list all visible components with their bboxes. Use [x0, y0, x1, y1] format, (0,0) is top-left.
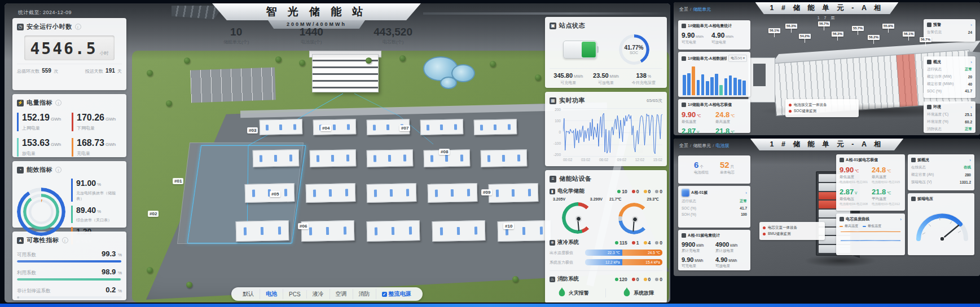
soc-gauge: 41.77% SOC: [619, 34, 649, 65]
storage-container[interactable]: [474, 119, 517, 135]
storage-container[interactable]: [367, 149, 414, 167]
soc-rack-tag[interactable]: 55.7%: [852, 26, 864, 35]
soc-rack-tag-value[interactable]: 56.7%: [818, 21, 830, 26]
extreme-location: 电池模组04-电芯008: [840, 202, 869, 206]
soc-rack-tag[interactable]: 54.2%: [799, 34, 811, 43]
cluster-legend: 电芯交直一体设备BMU健康监测: [759, 222, 825, 240]
breadcrumb-separator: /: [713, 143, 714, 148]
soc-rack-tag-value[interactable]: 56.3%: [832, 32, 843, 37]
soc-rack-tag[interactable]: 56.7%: [818, 21, 830, 30]
info-row-label: 运行状态: [927, 67, 942, 72]
soc-rack-tag-value[interactable]: 56.2%: [868, 35, 880, 40]
tree: [512, 276, 518, 282]
cooling-bar-row: 出水温度极值22.3 ℃24.5 ℃: [550, 250, 662, 256]
soc-rack-tag[interactable]: 56.2%: [868, 35, 880, 44]
extreme-label: 最高温度: [715, 119, 747, 124]
soc-rack-tag[interactable]: 56.3%: [785, 24, 797, 33]
legend-item: 电芯交直一体设备: [763, 225, 821, 230]
unit-title: 1 # 储 能 单 元 - A 相: [755, 2, 899, 14]
card-bullet-icon: [911, 158, 916, 162]
storage-container[interactable]: [420, 119, 464, 135]
soc-rack-tag[interactable]: 56.1%: [903, 32, 915, 41]
soc-rack-tag-value[interactable]: 56.1%: [768, 28, 780, 33]
metric-dropdown[interactable]: 电压(V) ▾: [728, 55, 747, 62]
chart-bar: [706, 81, 709, 95]
info-row: 在线状态在线: [911, 165, 971, 170]
chevron-right-icon[interactable]: ›: [970, 60, 972, 65]
soc-rack-tag-value[interactable]: 55.9%: [882, 24, 894, 29]
chevron-right-icon[interactable]: ›: [970, 105, 972, 110]
soc-rack-tag[interactable]: 56.1%: [768, 28, 780, 37]
soc-rack-tag-value[interactable]: 56.3%: [785, 24, 797, 29]
storage-container[interactable]: [306, 183, 356, 203]
storage-container[interactable]: [260, 119, 303, 135]
layer-toolbar: 默认电池PCS液冷空调消防✓整流电源: [231, 287, 423, 301]
toolbar-item-PCS[interactable]: PCS: [283, 290, 307, 299]
toolbar-item-电池[interactable]: 电池: [260, 289, 283, 299]
chevron-right-icon[interactable]: ›: [900, 217, 902, 222]
storage-container[interactable]: [367, 220, 420, 242]
summary-stat-value: 1440: [300, 26, 323, 38]
breadcrumb-item-2[interactable]: 储能单元: [693, 143, 711, 148]
alarm-rack-highlight[interactable]: [896, 54, 918, 107]
soc-rack-tag[interactable]: 56.7%: [920, 37, 931, 46]
soc-rack-tag-value[interactable]: 56.7%: [920, 37, 931, 42]
soc-rack-tag[interactable]: 56.3%: [832, 32, 843, 41]
soc-rack-tag[interactable]: 55.9%: [882, 24, 894, 33]
checkbox-checked-icon[interactable]: ✓: [382, 292, 387, 297]
stat-value: 4900 kWh: [715, 241, 747, 248]
pond-small: [440, 77, 457, 89]
toolbar-item-消防[interactable]: 消防: [353, 289, 376, 299]
cluster-energy-stat: 4.90 MWh可放电量: [715, 256, 747, 269]
storage-container[interactable]: [313, 119, 357, 135]
card-bullet-icon: [927, 23, 931, 27]
toolbar-item-整流电源[interactable]: ✓整流电源: [376, 289, 417, 299]
site-stat: 345.80 MWh可充电量: [550, 72, 587, 86]
toolbar-item-默认[interactable]: 默认: [237, 289, 260, 299]
chevron-right-icon[interactable]: ›: [969, 158, 971, 163]
toolbar-item-空调[interactable]: 空调: [330, 289, 353, 299]
chart-bar: [710, 77, 714, 95]
info-row-label: 额定容量 (MWh): [927, 82, 953, 87]
cluster-energy-card: A相-01簇电量统计 9900 kWh累计充电量4900 kWh累计放电量9.9…: [678, 230, 750, 270]
storage-container[interactable]: [481, 149, 528, 167]
status-dot: [615, 241, 618, 244]
card-bullet-icon: [840, 217, 844, 221]
info-icon[interactable]: i: [55, 100, 61, 106]
unit-header: 1 # 储 能 单 元 - A 相 1 7 层: [755, 2, 899, 21]
breadcrumb-item-1[interactable]: 全景: [679, 143, 688, 148]
card-title: 电量指标: [27, 99, 52, 107]
info-icon[interactable]: i: [62, 237, 68, 243]
info-icon[interactable]: i: [55, 167, 61, 173]
parking-lot: [190, 67, 276, 103]
storage-container[interactable]: [253, 149, 300, 167]
chart-bar: [733, 78, 737, 95]
extreme-stat: 24.8 ℃最高温度: [715, 110, 747, 124]
storage-container[interactable]: [301, 220, 355, 242]
storage-container[interactable]: [236, 220, 289, 242]
container-label: #07: [399, 125, 410, 131]
breadcrumb-item-1[interactable]: 全景: [679, 7, 688, 12]
storage-container[interactable]: [428, 183, 478, 203]
info-icon[interactable]: i: [75, 24, 81, 30]
card-title: 站点状态: [559, 21, 585, 30]
soc-rack-tag-value[interactable]: 56.1%: [903, 32, 915, 37]
cluster-energy-stat: 9900 kWh累计充电量: [682, 241, 713, 253]
chevron-right-icon[interactable]: ›: [745, 190, 747, 195]
storage-container[interactable]: [310, 149, 357, 167]
reliability-card: ▲ 可靠性指标 i 可用系数99.3 %利用系数98.9 %非计划停运系数0.2…: [12, 232, 126, 300]
storage-container[interactable]: [367, 183, 417, 203]
station-devices-card: ≡ 储能站设备 ▮ 电化学储能 10000 3.205V 3.299V: [545, 170, 667, 302]
safe-hours-display: 4546.5 小时: [24, 35, 115, 60]
energy-label: 充电量: [77, 150, 122, 157]
breadcrumb-item-2[interactable]: 储能单元: [693, 7, 711, 12]
cluster-title: 1 # 储 能 单 元 - A 相 - 0 1 簇: [750, 139, 904, 150]
breadcrumb-item-3[interactable]: 电池簇: [715, 143, 729, 148]
storage-container[interactable]: [489, 183, 539, 203]
soc-rack-tag-value[interactable]: 54.2%: [799, 34, 811, 39]
stat-label: 可充电量: [682, 264, 713, 269]
soc-rack-tag-value[interactable]: 55.7%: [852, 26, 864, 31]
chevron-right-icon[interactable]: ›: [970, 23, 972, 28]
storage-container[interactable]: [432, 220, 486, 242]
toolbar-item-液冷[interactable]: 液冷: [307, 289, 330, 299]
